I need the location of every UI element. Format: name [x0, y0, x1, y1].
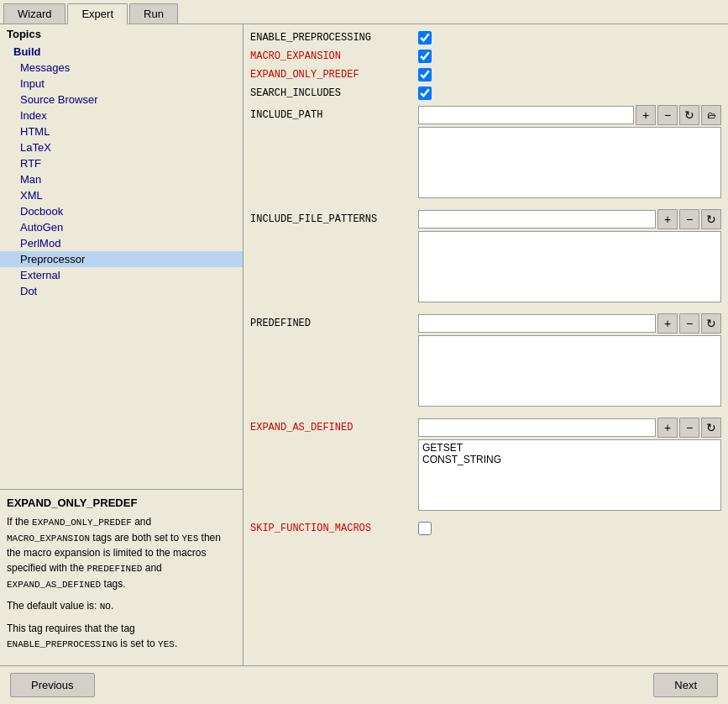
tab-wizard[interactable]: Wizard	[3, 3, 65, 24]
right-panel: ENABLE_PREPROCESSING MACRO_EXPANSION EXP…	[244, 24, 728, 665]
app-container: Wizard Expert Run Topics Build Messages …	[0, 0, 728, 704]
enable-preprocessing-checkbox[interactable]	[418, 31, 432, 45]
topics-header: Topics	[0, 24, 243, 44]
sidebar-item-rtf[interactable]: RTF	[0, 155, 243, 171]
predefined-block: PREDEFINED + − ↻	[250, 313, 721, 414]
predefined-add-button[interactable]: +	[657, 313, 678, 334]
expand-as-defined-input[interactable]	[418, 418, 656, 437]
include-file-patterns-block: INCLUDE_FILE_PATTERNS + − ↻	[250, 209, 721, 310]
include-path-refresh-button[interactable]: ↻	[679, 105, 699, 125]
sidebar-item-perlmod[interactable]: PerlMod	[0, 235, 243, 251]
desc-title: EXPAND_ONLY_PREDEF	[7, 496, 236, 509]
expand-only-predef-row: EXPAND_ONLY_PREDEF	[250, 68, 721, 81]
macro-expansion-label: MACRO_EXPANSION	[250, 50, 418, 62]
include-path-add-button[interactable]: +	[636, 105, 656, 125]
sidebar-item-man[interactable]: Man	[0, 171, 243, 187]
sidebar-item-xml[interactable]: XML	[0, 187, 243, 203]
expand-as-defined-remove-button[interactable]: −	[679, 418, 699, 438]
search-includes-row: SEARCH_INCLUDES	[250, 87, 721, 100]
expand-only-predef-label: EXPAND_ONLY_PREDEF	[250, 69, 418, 81]
code-no: NO	[100, 602, 111, 612]
code-yes1: YES	[181, 533, 198, 544]
predefined-label: PREDEFINED	[250, 318, 418, 329]
include-path-textarea[interactable]	[418, 127, 721, 198]
include-file-patterns-textarea[interactable]	[418, 231, 721, 302]
code-enable-preproc: ENABLE_PREPROCESSING	[7, 639, 118, 649]
include-file-patterns-refresh-button[interactable]: ↻	[701, 209, 721, 229]
predefined-input-group: + − ↻	[418, 313, 721, 334]
include-file-patterns-input[interactable]	[418, 210, 656, 229]
sidebar-item-input[interactable]: Input	[0, 76, 243, 92]
tab-bar: Wizard Expert Run	[0, 0, 728, 24]
sidebar-item-preprocessor[interactable]: Preprocessor	[0, 251, 243, 267]
search-includes-checkbox[interactable]	[418, 87, 432, 100]
tab-run[interactable]: Run	[129, 3, 178, 24]
include-file-patterns-remove-button[interactable]: −	[679, 209, 699, 229]
search-includes-label: SEARCH_INCLUDES	[250, 87, 418, 99]
include-path-remove-button[interactable]: −	[657, 105, 678, 125]
expand-only-predef-checkbox[interactable]	[418, 68, 432, 81]
code-macro-expansion: MACRO_EXPANSION	[7, 533, 90, 544]
include-path-folder-button[interactable]: 🗁	[701, 105, 721, 125]
sidebar-item-index[interactable]: Index	[0, 108, 243, 123]
code-yes2: YES	[158, 639, 175, 649]
sidebar-item-docbook[interactable]: Docbook	[0, 203, 243, 219]
desc-text: If the EXPAND_ONLY_PREDEF and MACRO_EXPA…	[7, 514, 236, 651]
previous-button[interactable]: Previous	[10, 673, 95, 697]
predefined-row: PREDEFINED + − ↻	[250, 313, 721, 334]
sidebar-item-build[interactable]: Build	[0, 44, 243, 60]
next-button[interactable]: Next	[653, 673, 718, 697]
predefined-textarea[interactable]	[418, 335, 721, 407]
main-content: Topics Build Messages Input Source Brows…	[0, 24, 728, 665]
macro-expansion-checkbox[interactable]	[418, 50, 432, 63]
include-path-row: INCLUDE_PATH + − ↻ 🗁	[250, 105, 721, 125]
predefined-refresh-button[interactable]: ↻	[701, 313, 721, 334]
predefined-remove-button[interactable]: −	[679, 313, 699, 334]
sidebar-item-latex[interactable]: LaTeX	[0, 139, 243, 155]
description-panel: EXPAND_ONLY_PREDEF If the EXPAND_ONLY_PR…	[0, 489, 243, 665]
left-panel: Topics Build Messages Input Source Brows…	[0, 24, 244, 665]
predefined-input[interactable]	[418, 314, 656, 333]
include-file-patterns-add-button[interactable]: +	[657, 209, 678, 229]
tab-expert[interactable]: Expert	[67, 3, 128, 24]
expand-as-defined-label: EXPAND_AS_DEFINED	[250, 422, 418, 433]
code-expand-as: EXPAND_AS_DEFINED	[7, 580, 101, 590]
skip-function-macros-label: SKIP_FUNCTION_MACROS	[250, 523, 418, 534]
expand-as-defined-input-group: + − ↻	[418, 418, 721, 438]
include-path-block: INCLUDE_PATH + − ↻ 🗁	[250, 105, 721, 206]
expand-as-defined-row: EXPAND_AS_DEFINED + − ↻	[250, 418, 721, 438]
expand-as-defined-block: EXPAND_AS_DEFINED + − ↻ GETSET CONST_STR…	[250, 418, 721, 518]
enable-preprocessing-label: ENABLE_PREPROCESSING	[250, 32, 418, 44]
topics-scroll-container: Topics Build Messages Input Source Brows…	[0, 24, 243, 489]
code-predefined: PREDEFINED	[86, 564, 142, 574]
sidebar-item-autogen[interactable]: AutoGen	[0, 219, 243, 235]
macro-expansion-row: MACRO_EXPANSION	[250, 50, 721, 63]
expand-as-defined-add-button[interactable]: +	[657, 418, 678, 438]
expand-as-defined-refresh-button[interactable]: ↻	[701, 418, 721, 438]
expand-as-defined-textarea[interactable]: GETSET CONST_STRING	[418, 439, 721, 511]
sidebar-item-html[interactable]: HTML	[0, 123, 243, 139]
include-file-patterns-input-group: + − ↻	[418, 209, 721, 229]
code-expand-only: EXPAND_ONLY_PREDEF	[32, 517, 132, 528]
skip-function-macros-row: SKIP_FUNCTION_MACROS	[250, 522, 721, 535]
include-path-input[interactable]	[418, 106, 634, 124]
include-file-patterns-label: INCLUDE_FILE_PATTERNS	[250, 213, 418, 225]
include-file-patterns-row: INCLUDE_FILE_PATTERNS + − ↻	[250, 209, 721, 229]
skip-function-macros-checkbox[interactable]	[418, 522, 432, 535]
include-path-input-group: + − ↻ 🗁	[418, 105, 721, 125]
sidebar-item-source-browser[interactable]: Source Browser	[0, 92, 243, 108]
topics-list: Topics Build Messages Input Source Brows…	[0, 24, 243, 489]
include-path-label: INCLUDE_PATH	[250, 109, 418, 121]
enable-preprocessing-row: ENABLE_PREPROCESSING	[250, 31, 721, 45]
sidebar-item-external[interactable]: External	[0, 267, 243, 283]
sidebar-item-messages[interactable]: Messages	[0, 60, 243, 76]
bottom-bar: Previous Next	[0, 665, 728, 704]
sidebar-item-dot[interactable]: Dot	[0, 283, 243, 299]
